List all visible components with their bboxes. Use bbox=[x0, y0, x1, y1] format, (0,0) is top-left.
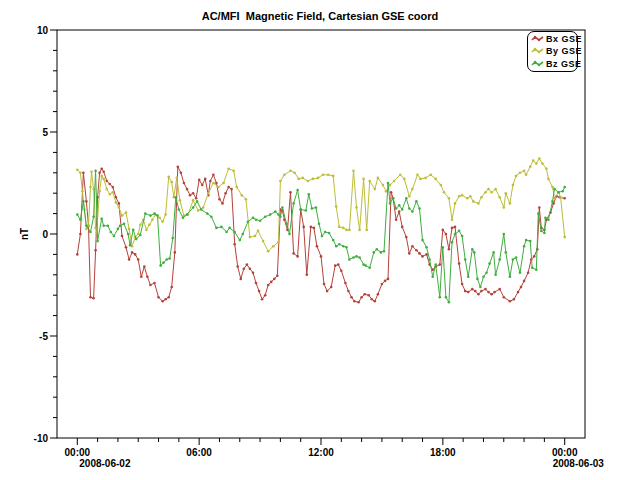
legend-label-bz: Bz GSE bbox=[546, 59, 582, 69]
legend-entry-by: By GSE bbox=[531, 45, 575, 57]
y-tick-label: 10 bbox=[37, 25, 49, 36]
x-tick-label: 18:00 bbox=[430, 447, 456, 458]
y-tick-label: 5 bbox=[42, 127, 48, 138]
x-tick-label: 00:00 bbox=[552, 447, 578, 458]
series-by-gse bbox=[76, 157, 566, 252]
series-layer bbox=[76, 157, 566, 303]
axes-layer: 1050-5-10nT00:0006:0012:0018:0000:002008… bbox=[19, 25, 604, 470]
bz-series-swatch-icon bbox=[531, 60, 544, 68]
legend-entry-bz: Bz GSE bbox=[531, 58, 575, 70]
plot-canvas: 1050-5-10nT00:0006:0012:0018:0000:002008… bbox=[0, 0, 640, 480]
by-series-swatch-icon bbox=[531, 47, 544, 55]
legend-entry-bx: Bx GSE bbox=[531, 33, 575, 45]
plot-window: AC/MFI Magnetic Field, Cartesian GSE coo… bbox=[0, 0, 640, 480]
y-tick-label: -10 bbox=[34, 433, 49, 444]
series-bx-gse bbox=[76, 165, 566, 303]
x-tick-label: 06:00 bbox=[186, 447, 212, 458]
legend-label-by: By GSE bbox=[546, 46, 582, 56]
x-end-date-label: 2008-06-03 bbox=[553, 458, 605, 469]
y-tick-label: -5 bbox=[39, 331, 48, 342]
legend-box: Bx GSE By GSE Bz GSE bbox=[527, 31, 578, 72]
y-axis-label: nT bbox=[19, 228, 30, 240]
bx-series-swatch-icon bbox=[531, 35, 544, 43]
x-tick-label: 12:00 bbox=[308, 447, 334, 458]
y-tick-label: 0 bbox=[42, 229, 48, 240]
legend-label-bx: Bx GSE bbox=[546, 34, 582, 44]
x-start-date-label: 2008-06-02 bbox=[79, 458, 131, 469]
x-tick-label: 00:00 bbox=[65, 447, 91, 458]
